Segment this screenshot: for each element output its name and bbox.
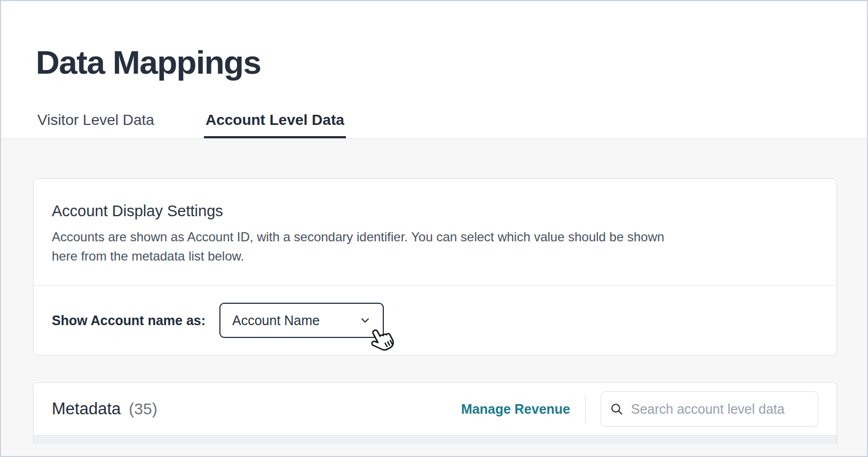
description-line-2: here from the metadata list below.: [52, 247, 818, 266]
metadata-title-group: Metadata (35): [52, 399, 157, 419]
dropdown-selected-value: Account Name: [232, 313, 320, 328]
chevron-down-icon: [358, 313, 372, 327]
metadata-header-row: Metadata (35) Manage Revenue: [34, 383, 837, 436]
tab-account-level-data[interactable]: Account Level Data: [204, 112, 346, 138]
hand-pointer-cursor-icon: [367, 325, 396, 354]
metadata-heading: Metadata: [52, 399, 121, 419]
manage-revenue-link[interactable]: Manage Revenue: [461, 401, 570, 417]
show-account-name-label: Show Account name as:: [52, 313, 206, 328]
tab-visitor-level-data[interactable]: Visitor Level Data: [36, 112, 156, 138]
tab-bar: Visitor Level Data Account Level Data: [36, 112, 833, 138]
account-name-dropdown[interactable]: Account Name: [219, 303, 384, 338]
table-row-partial: [34, 436, 837, 444]
account-display-settings-card: Account Display Settings Accounts are sh…: [33, 178, 837, 356]
page-body: Account Display Settings Accounts are sh…: [1, 139, 867, 456]
page-header: Data Mappings Visitor Level Data Account…: [1, 1, 867, 139]
account-display-settings-heading: Account Display Settings: [52, 202, 818, 220]
metadata-actions: Manage Revenue: [461, 391, 818, 427]
metadata-card: Metadata (35) Manage Revenue: [33, 382, 837, 444]
show-account-name-row: Show Account name as: Account Name: [34, 285, 837, 355]
page-title: Data Mappings: [36, 45, 833, 80]
app-window: Data Mappings Visitor Level Data Account…: [0, 0, 868, 457]
vertical-divider: [585, 395, 586, 423]
account-display-settings-description: Accounts are shown as Account ID, with a…: [52, 227, 818, 266]
metadata-count-badge: (35): [129, 400, 157, 418]
account-display-settings-header: Account Display Settings Accounts are sh…: [34, 179, 837, 285]
search-input[interactable]: [631, 401, 809, 417]
search-icon: [610, 402, 624, 416]
description-line-1: Accounts are shown as Account ID, with a…: [52, 227, 818, 247]
search-box[interactable]: [601, 391, 818, 427]
